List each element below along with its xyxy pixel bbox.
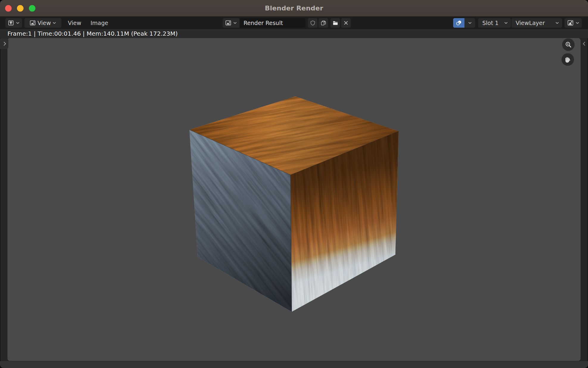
menu-view[interactable]: View	[66, 17, 83, 29]
overlays-icon	[456, 20, 462, 26]
chevron-down-icon	[575, 22, 579, 24]
hand-icon	[564, 56, 572, 64]
rendered-fur-cube	[7, 38, 581, 361]
chevron-down-icon	[52, 22, 56, 24]
render-slot-label: Slot 1	[482, 20, 499, 26]
titlebar: Blender Render	[0, 0, 588, 17]
right-region-toggle[interactable]	[581, 39, 588, 48]
folder-icon	[332, 20, 339, 26]
render-status-strip: Frame:1 | Time:00:01.46 | Mem:140.11M (P…	[0, 29, 588, 38]
chevron-down-icon	[233, 22, 237, 24]
image-icon	[225, 20, 232, 26]
window-title: Blender Render	[0, 0, 588, 16]
mode-dropdown[interactable]: View	[24, 18, 61, 28]
overlays-control	[453, 18, 475, 28]
image-viewport[interactable]	[7, 38, 581, 361]
mode-dropdown-label: View	[38, 20, 51, 26]
chevron-down-icon	[468, 22, 472, 24]
left-region-toggle[interactable]	[0, 38, 8, 49]
chevron-down-icon	[555, 22, 559, 24]
view-layer-dropdown[interactable]: ViewLayer	[511, 18, 562, 28]
image-rgb-icon	[567, 20, 574, 26]
chevron-down-icon	[16, 22, 20, 24]
new-image-button[interactable]	[319, 18, 328, 28]
overlays-toggle-button[interactable]	[453, 18, 464, 28]
fake-user-button[interactable]	[308, 18, 317, 28]
image-editor-icon	[8, 20, 14, 26]
copy-icon	[320, 20, 327, 26]
bottom-margin-strip	[0, 361, 588, 368]
image-editor-header: View View Image Render Result	[0, 17, 588, 29]
zoom-button[interactable]	[562, 38, 575, 51]
image-icon	[29, 20, 36, 26]
editor-type-dropdown[interactable]	[5, 18, 22, 28]
chevron-right-icon	[3, 41, 6, 46]
chevron-left-icon	[583, 41, 586, 46]
blender-render-window: Blender Render View View Image	[0, 0, 588, 368]
image-name-field[interactable]: Render Result	[240, 18, 305, 28]
unlink-image-button[interactable]	[341, 18, 351, 28]
view-layer-label: ViewLayer	[516, 20, 545, 26]
pan-button[interactable]	[562, 53, 574, 66]
magnifier-plus-icon	[564, 41, 573, 49]
browse-image-dropdown[interactable]	[223, 18, 239, 28]
render-slot-dropdown[interactable]: Slot 1	[478, 18, 511, 28]
chevron-down-icon	[504, 22, 508, 24]
menu-image[interactable]: Image	[89, 17, 110, 29]
display-channels-dropdown[interactable]	[564, 18, 582, 28]
shield-icon	[310, 20, 316, 26]
overlays-dropdown-button[interactable]	[464, 18, 475, 28]
close-x-icon	[343, 20, 349, 26]
render-stats-text: Frame:1 | Time:00:01.46 | Mem:140.11M (P…	[7, 29, 178, 38]
open-image-button[interactable]	[330, 18, 340, 28]
